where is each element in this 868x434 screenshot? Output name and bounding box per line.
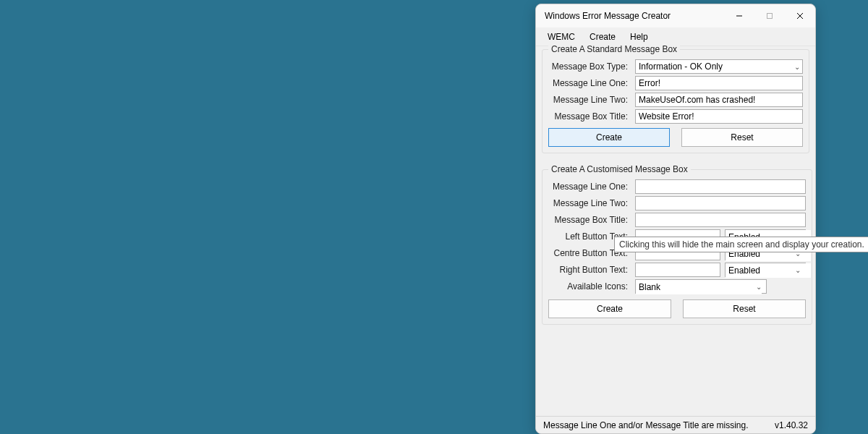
input-std-line2[interactable]	[635, 93, 803, 107]
cus-create-button[interactable]: Create	[548, 299, 671, 318]
status-message: Message Line One and/or Message Title ar…	[543, 420, 748, 430]
status-version: v1.40.32	[775, 420, 808, 430]
select-available-icons-value[interactable]	[636, 280, 762, 294]
statusbar: Message Line One and/or Message Title ar…	[536, 416, 815, 433]
minimize-button[interactable]	[724, 5, 754, 27]
client-area: Create A Standard Message Box Message Bo…	[536, 46, 815, 416]
menu-create[interactable]: Create	[582, 30, 623, 44]
app-window: Windows Error Message Creator WEMC Creat…	[535, 4, 816, 434]
group-standard-legend: Create A Standard Message Box	[548, 44, 680, 54]
maximize-button[interactable]	[754, 5, 785, 27]
input-std-line1[interactable]	[635, 76, 803, 90]
select-right-btn-state-value[interactable]	[726, 263, 811, 278]
group-customised-legend: Create A Customised Message Box	[548, 164, 691, 174]
input-cus-line1[interactable]	[635, 179, 806, 194]
svg-rect-1	[767, 14, 773, 19]
label-cus-line1: Message Line One:	[548, 182, 635, 192]
std-reset-button[interactable]: Reset	[681, 128, 803, 147]
select-msgbox-type-value[interactable]	[635, 59, 803, 74]
label-cus-title: Message Box Title:	[548, 215, 635, 225]
label-std-line1: Message Line One:	[548, 78, 635, 88]
label-std-line2: Message Line Two:	[548, 95, 635, 105]
label-available-icons: Available Icons:	[548, 281, 635, 292]
tooltip-create: Clicking this will hide the main screen …	[614, 237, 868, 252]
input-cus-title[interactable]	[635, 213, 806, 227]
window-title: Windows Error Message Creator	[545, 11, 724, 21]
cus-reset-button[interactable]: Reset	[683, 299, 806, 318]
menu-help[interactable]: Help	[623, 30, 655, 44]
select-available-icons[interactable]: ⌄	[635, 279, 767, 294]
close-button[interactable]	[785, 5, 815, 27]
label-msgbox-type: Message Box Type:	[548, 61, 635, 72]
label-cus-line2: Message Line Two:	[548, 198, 635, 208]
group-standard: Create A Standard Message Box Message Bo…	[542, 49, 809, 153]
label-std-title: Message Box Title:	[548, 111, 635, 122]
label-right-btn: Right Button Text:	[548, 265, 635, 275]
titlebar[interactable]: Windows Error Message Creator	[536, 4, 815, 27]
select-msgbox-type[interactable]: ⌄	[635, 59, 803, 74]
menu-wemc[interactable]: WEMC	[540, 30, 582, 44]
input-std-title[interactable]	[635, 109, 803, 124]
input-cus-line2[interactable]	[635, 196, 806, 210]
input-right-btn-text[interactable]	[635, 263, 720, 277]
std-create-button[interactable]: Create	[548, 128, 670, 147]
select-right-btn-state[interactable]: ⌄	[725, 263, 806, 277]
